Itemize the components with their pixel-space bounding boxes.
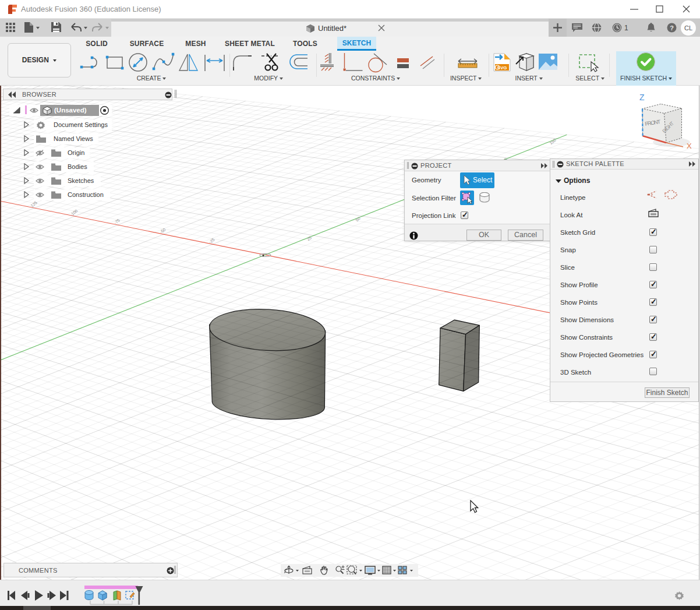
svg-text:?: ? (670, 24, 674, 31)
svg-text:Z: Z (639, 93, 645, 102)
svg-text:X: X (687, 142, 692, 150)
